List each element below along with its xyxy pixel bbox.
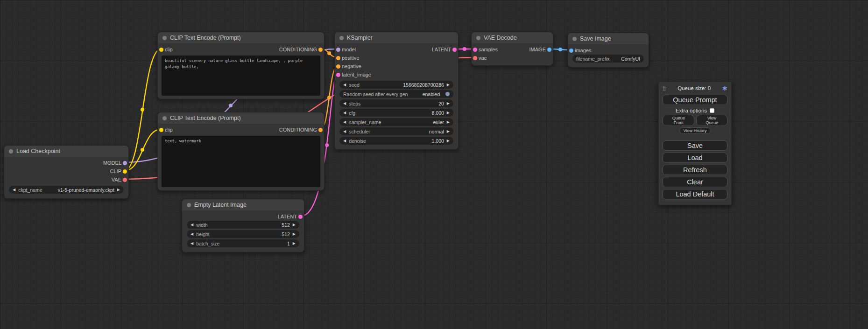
scheduler-widget[interactable]: ◀ scheduler normal ▶: [339, 127, 453, 135]
input-slot-negative[interactable]: [336, 64, 340, 69]
input-slot-images[interactable]: [569, 49, 573, 53]
output-slot-model[interactable]: [123, 161, 127, 165]
widget-left-arrow-icon[interactable]: ◀: [343, 129, 346, 133]
widget-left-arrow-icon[interactable]: ◀: [191, 241, 193, 245]
node-title-bar[interactable]: Empty Latent Image: [182, 199, 304, 210]
collapse-dot-icon[interactable]: [339, 36, 344, 40]
view-history-button[interactable]: View History: [679, 127, 711, 134]
view-queue-button[interactable]: View Queue: [696, 115, 727, 126]
widget-left-arrow-icon[interactable]: ◀: [343, 139, 346, 143]
collapse-dot-icon[interactable]: [162, 116, 167, 120]
sampler-name-widget[interactable]: ◀ sampler_name euler ▶: [339, 118, 453, 126]
node-clip-text-encode-positive[interactable]: CLIP Text Encode (Prompt) clip CONDITION…: [157, 32, 325, 99]
widget-right-arrow-icon[interactable]: ▶: [447, 120, 450, 124]
widget-right-arrow-icon[interactable]: ▶: [293, 232, 296, 236]
input-slot-clip[interactable]: [159, 128, 163, 132]
load-button[interactable]: Load: [663, 153, 727, 163]
node-title: Save Image: [580, 35, 611, 42]
node-title-bar[interactable]: CLIP Text Encode (Prompt): [158, 112, 324, 124]
seed-widget[interactable]: ◀ seed 156680208700286 ▶: [339, 81, 453, 89]
widget-right-arrow-icon[interactable]: ▶: [447, 139, 450, 143]
collapse-dot-icon[interactable]: [9, 149, 13, 154]
widget-left-arrow-icon[interactable]: ◀: [343, 83, 346, 87]
output-slot-image[interactable]: [547, 48, 551, 52]
node-clip-text-encode-negative[interactable]: CLIP Text Encode (Prompt) clip CONDITION…: [157, 112, 325, 191]
widget-right-arrow-icon[interactable]: ▶: [293, 223, 296, 227]
widget-name: height: [196, 231, 210, 237]
collapse-dot-icon[interactable]: [476, 36, 480, 40]
wire-midpoint-dot: [463, 47, 466, 51]
refresh-button[interactable]: Refresh: [663, 165, 727, 175]
input-slot-latent-image[interactable]: [336, 73, 340, 77]
ckpt-name-widget[interactable]: ◀ ckpt_name v1-5-pruned-emaonly.ckpt ▶: [9, 186, 124, 194]
save-button[interactable]: Save: [663, 140, 727, 151]
width-widget[interactable]: ◀ width 512 ▶: [187, 221, 299, 229]
queue-front-button[interactable]: Queue Front: [663, 115, 694, 126]
widget-left-arrow-icon[interactable]: ◀: [343, 120, 346, 124]
node-title-bar[interactable]: Save Image: [568, 33, 649, 44]
drag-handle-icon[interactable]: ⣿: [663, 86, 666, 91]
widget-left-arrow-icon[interactable]: ◀: [13, 188, 15, 192]
widget-right-arrow-icon[interactable]: ▶: [447, 83, 450, 87]
output-slot-conditioning[interactable]: [318, 128, 323, 132]
output-slot-latent[interactable]: [298, 215, 303, 219]
widget-right-arrow-icon[interactable]: ▶: [447, 101, 450, 105]
widget-value: v1-5-pruned-emaonly.ckpt: [58, 187, 114, 193]
node-title: Empty Latent Image: [194, 202, 247, 208]
prompt-textarea[interactable]: beautiful scenery nature glass bottle la…: [162, 56, 320, 96]
toggle-indicator-icon[interactable]: [445, 92, 450, 96]
height-widget[interactable]: ◀ height 512 ▶: [187, 230, 299, 238]
widget-value: 8.000: [432, 110, 444, 116]
input-slot-samples[interactable]: [473, 48, 477, 52]
output-slot-latent[interactable]: [452, 48, 457, 52]
batch-size-widget[interactable]: ◀ batch_size 1 ▶: [187, 239, 299, 247]
collapse-dot-icon[interactable]: [187, 203, 191, 207]
clear-button[interactable]: Clear: [663, 177, 727, 187]
node-title-bar[interactable]: CLIP Text Encode (Prompt): [158, 32, 324, 43]
collapse-dot-icon[interactable]: [162, 36, 167, 40]
widget-right-arrow-icon[interactable]: ▶: [447, 129, 450, 133]
widget-left-arrow-icon[interactable]: ◀: [191, 223, 193, 227]
input-slot-vae[interactable]: [473, 56, 477, 60]
wire-midpoint-dot: [327, 51, 331, 55]
node-save-image[interactable]: Save Image images filename_prefix ComfyU…: [567, 33, 649, 68]
input-slot-positive[interactable]: [336, 56, 340, 60]
queue-prompt-button[interactable]: Queue Prompt: [663, 95, 727, 105]
node-vae-decode[interactable]: VAE Decode samples IMAGE vae: [471, 32, 553, 66]
node-title-bar[interactable]: Load Checkpoint: [4, 146, 128, 157]
steps-widget[interactable]: ◀ steps 20 ▶: [339, 99, 453, 107]
output-slot-vae[interactable]: [123, 178, 127, 182]
node-empty-latent-image[interactable]: Empty Latent Image LATENT ◀ width 512 ▶ …: [182, 199, 304, 252]
slot-row: CLIP: [4, 167, 128, 175]
node-body: samples IMAGE vae: [472, 43, 553, 65]
widget-right-arrow-icon[interactable]: ▶: [117, 188, 120, 192]
queue-size-label: Queue size: 0: [668, 85, 720, 91]
widget-name: denoise: [349, 138, 366, 144]
prompt-textarea[interactable]: text, watermark: [162, 136, 320, 187]
denoise-widget[interactable]: ◀ denoise 1.000 ▶: [339, 137, 453, 145]
input-slot-clip[interactable]: [159, 48, 163, 52]
node-body: LATENT ◀ width 512 ▶ ◀ height 512 ▶ ◀ ba…: [182, 210, 304, 252]
collapse-dot-icon[interactable]: [572, 37, 577, 41]
slot-label: vae: [479, 55, 487, 61]
random-seed-toggle-widget[interactable]: Random seed after every gen enabled: [339, 90, 453, 98]
output-slot-clip[interactable]: [123, 169, 127, 174]
node-ksampler[interactable]: KSampler model LATENT positive negative …: [334, 32, 459, 150]
load-default-button[interactable]: Load Default: [663, 189, 727, 199]
input-slot-model[interactable]: [336, 48, 340, 52]
output-slot-conditioning[interactable]: [318, 48, 323, 52]
widget-left-arrow-icon[interactable]: ◀: [343, 111, 346, 115]
cfg-widget[interactable]: ◀ cfg 8.000 ▶: [339, 109, 453, 117]
node-title-bar[interactable]: VAE Decode: [472, 32, 553, 43]
extra-options-checkbox[interactable]: [710, 108, 714, 113]
widget-right-arrow-icon[interactable]: ▶: [293, 241, 296, 245]
widget-left-arrow-icon[interactable]: ◀: [343, 101, 346, 105]
node-load-checkpoint[interactable]: Load Checkpoint MODEL CLIP VAE ◀ ckpt_na…: [4, 145, 129, 199]
filename-prefix-widget[interactable]: filename_prefix ComfyUI: [572, 55, 644, 63]
widget-left-arrow-icon[interactable]: ◀: [191, 232, 193, 236]
widget-right-arrow-icon[interactable]: ▶: [447, 111, 450, 115]
settings-gear-icon[interactable]: ✱: [722, 85, 727, 91]
node-title-bar[interactable]: KSampler: [335, 32, 458, 43]
node-title: VAE Decode: [484, 35, 517, 41]
slot-label: CLIP: [110, 168, 121, 174]
